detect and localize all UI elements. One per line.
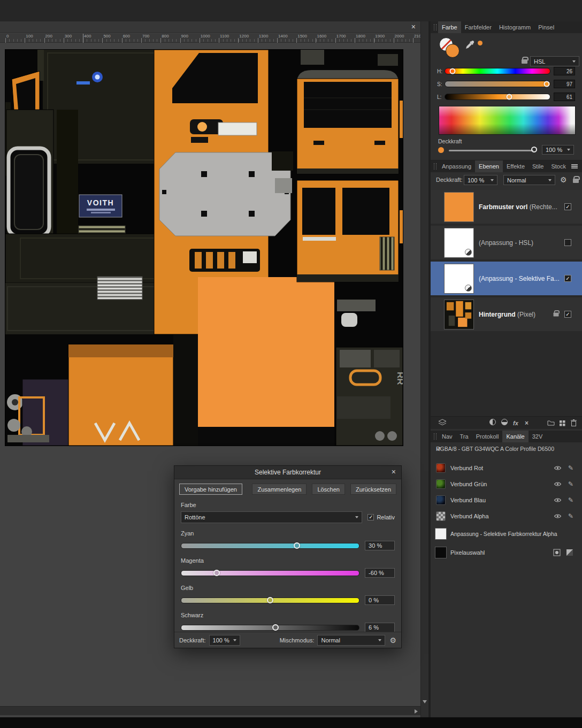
horizontal-scrollbar[interactable] [0, 706, 420, 715]
opacity-slider[interactable] [449, 150, 533, 151]
layer-row-hsl[interactable]: (Anpassung - HSL) [431, 226, 582, 259]
panel-menu-icon[interactable] [571, 164, 578, 168]
tab-farbfelder[interactable]: Farbfelder [461, 21, 495, 33]
dialog-titlebar[interactable]: Selektive Farbkorrektur × [174, 466, 401, 479]
tab-kanaele[interactable]: Kanäle [502, 431, 528, 442]
grid-icon[interactable] [559, 420, 566, 427]
saturation-value-field[interactable]: 97 [554, 80, 575, 88]
merge-button[interactable]: Zusammenlegen [252, 484, 307, 495]
tab-transformieren[interactable]: Tra [456, 431, 472, 442]
tab-32v[interactable]: 32V [529, 431, 547, 442]
mask-from-selection-icon[interactable] [566, 549, 573, 556]
channel-row-gruen[interactable]: Verbund Grün ✎ [431, 476, 582, 492]
crop-icon[interactable]: × [525, 419, 529, 427]
tab-effekte[interactable]: Effekte [503, 160, 529, 172]
add-preset-button[interactable]: Vorgabe hinzufügen [179, 484, 242, 495]
color-mode-select[interactable]: HSL [530, 56, 579, 66]
magenta-slider[interactable] [181, 570, 359, 576]
channel-row-blau[interactable]: Verbund Blau ✎ [431, 492, 582, 508]
visibility-eye-icon[interactable] [554, 497, 562, 503]
reset-icon[interactable]: ↺ [436, 446, 577, 452]
visibility-eye-icon[interactable] [554, 465, 562, 471]
cyan-value-field[interactable]: 30 % [365, 541, 395, 550]
magenta-value-field[interactable]: -60 % [365, 568, 395, 578]
tab-stock[interactable]: Stock [547, 160, 570, 172]
close-view-icon[interactable]: × [411, 22, 416, 32]
layer-thumbnail[interactable] [444, 264, 474, 294]
visibility-eye-icon[interactable] [554, 481, 562, 487]
saturation-slider-knob[interactable] [544, 81, 550, 87]
panel-grip-icon[interactable] [434, 433, 436, 440]
layer-thumbnail[interactable] [444, 228, 474, 258]
panel-grip-icon[interactable] [434, 163, 436, 170]
eyedropper-icon[interactable] [465, 40, 474, 49]
scroll-down-icon[interactable] [423, 700, 427, 703]
opacity-slider-knob[interactable] [531, 147, 537, 152]
panel-grip-icon[interactable] [434, 24, 436, 30]
dialog-blend-select[interactable]: Normal [317, 635, 385, 646]
edit-pencil-icon[interactable]: ✎ [568, 480, 573, 488]
blend-options-gear-icon[interactable]: ⚙ [560, 176, 567, 183]
channel-row-alpha[interactable]: Verbund Alpha ✎ [431, 508, 582, 524]
layer-visibility-checkbox[interactable] [564, 239, 571, 246]
edit-pencil-icon[interactable]: ✎ [568, 464, 573, 472]
cyan-slider[interactable] [181, 543, 359, 549]
relative-checkbox[interactable]: ✓ [367, 514, 374, 520]
layer-visibility-checkbox[interactable]: ✓ [564, 275, 571, 282]
tab-histogramm[interactable]: Histogramm [495, 21, 534, 33]
layer-lock-icon[interactable] [554, 312, 559, 316]
dialog-close-icon[interactable]: × [392, 468, 396, 476]
lightness-value-field[interactable]: 61 [554, 93, 575, 101]
edit-pencil-icon[interactable]: ✎ [568, 512, 573, 520]
vertical-scrollbar[interactable] [420, 21, 428, 717]
hue-value-field[interactable]: 26 [554, 67, 575, 75]
fill-swatch[interactable] [446, 44, 460, 58]
layer-row-selektive-farbkorrektur[interactable]: (Anpassung - Selektive Fa... ✓ [431, 262, 582, 295]
hue-slider[interactable] [445, 68, 550, 74]
opacity-value-select[interactable]: 100 % [542, 145, 574, 155]
layer-opacity-select[interactable]: 100 % [464, 175, 497, 185]
trash-icon[interactable] [571, 419, 577, 426]
tab-anpassung[interactable]: Anpassung [438, 160, 475, 172]
yellow-slider[interactable] [181, 597, 359, 603]
scroll-right-icon[interactable] [415, 709, 418, 714]
pixel-selection-row[interactable]: Pixelauswahl [431, 545, 582, 561]
mask-icon[interactable] [489, 419, 496, 425]
adjustment-icon[interactable] [501, 419, 508, 425]
layers-stack-icon[interactable] [438, 419, 447, 426]
black-slider-knob[interactable] [272, 624, 279, 631]
layer-thumbnail[interactable] [444, 192, 474, 222]
magenta-slider-knob[interactable] [213, 570, 220, 576]
black-value-field[interactable]: 6 % [365, 623, 395, 632]
hue-slider-knob[interactable] [449, 68, 455, 74]
cyan-slider-knob[interactable] [294, 542, 300, 549]
canvas[interactable]: VOITH [5, 50, 403, 446]
tab-ebenen[interactable]: Ebenen [475, 160, 503, 172]
delete-button[interactable]: Löschen [312, 484, 345, 495]
dialog-opacity-select[interactable]: 100 % [209, 635, 240, 646]
protect-alpha-icon[interactable] [573, 179, 579, 183]
group-folder-icon[interactable] [547, 420, 555, 426]
tab-navigator[interactable]: Nav [438, 431, 456, 442]
color-spectrum[interactable] [439, 106, 576, 135]
yellow-slider-knob[interactable] [267, 597, 273, 603]
layer-row-farbmuster[interactable]: Farbmuster vorl (Rechte... ✓ [431, 190, 582, 224]
blend-mode-select[interactable]: Normal [503, 175, 555, 185]
adjustment-alpha-row[interactable]: Anpassung - Selektive Farbkorrektur Alph… [431, 525, 582, 542]
spare-channel-icon[interactable] [553, 549, 561, 556]
tab-pinsel[interactable]: Pinsel [534, 21, 558, 33]
edit-pencil-icon[interactable]: ✎ [568, 496, 573, 504]
layer-thumbnail[interactable] [444, 300, 474, 329]
black-slider[interactable] [181, 625, 359, 631]
visibility-eye-icon[interactable] [554, 514, 562, 519]
color-range-select[interactable]: Rottöne [181, 511, 362, 523]
dialog-gear-icon[interactable]: ⚙ [389, 637, 396, 644]
saturation-slider[interactable] [445, 81, 550, 87]
lightness-slider[interactable] [445, 94, 550, 100]
tab-farbe[interactable]: Farbe [438, 21, 461, 33]
reset-button[interactable]: Zurücksetzen [350, 484, 396, 495]
lightness-slider-knob[interactable] [506, 94, 512, 100]
layer-visibility-checkbox[interactable]: ✓ [564, 311, 571, 318]
fx-icon[interactable]: fx [513, 419, 518, 427]
lock-icon[interactable] [522, 59, 527, 64]
